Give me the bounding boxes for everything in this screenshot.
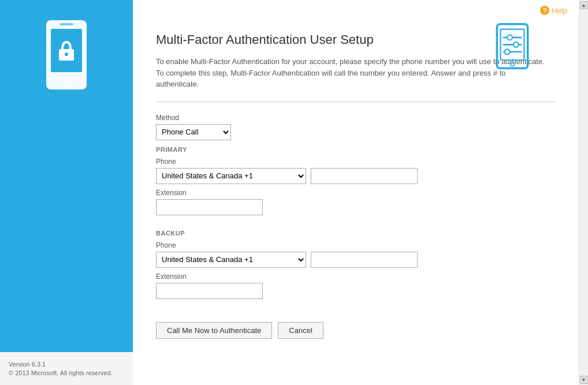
scroll-down-arrow[interactable]: ▼ <box>580 376 588 384</box>
scrollbar: ▲ ▼ <box>579 0 588 385</box>
button-row: Call Me Now to Authenticate Cancel <box>156 322 556 339</box>
primary-country-select[interactable]: United States & Canada +1 United Kingdom… <box>156 168 306 184</box>
scroll-up-arrow[interactable]: ▲ <box>580 1 588 9</box>
svg-point-13 <box>505 49 510 54</box>
method-label: Method <box>156 114 556 122</box>
divider <box>156 102 556 102</box>
call-me-button[interactable]: Call Me Now to Authenticate <box>156 322 272 339</box>
primary-extension-label: Extension <box>156 189 556 197</box>
outer-container: Version 6.3.1 © 2013 Microsoft. All righ… <box>0 0 588 385</box>
svg-rect-5 <box>59 23 73 25</box>
cancel-button[interactable]: Cancel <box>278 322 323 339</box>
header-icon-area <box>492 23 533 71</box>
primary-phone-label: Phone <box>156 158 556 166</box>
svg-point-4 <box>63 79 70 86</box>
tablet-icon <box>492 23 533 69</box>
backup-phone-row: United States & Canada +1 United Kingdom… <box>156 252 556 268</box>
backup-phone-label: Phone <box>156 241 556 249</box>
backup-phone-input[interactable] <box>311 252 418 268</box>
help-bar: ? Help <box>133 0 579 21</box>
primary-extension-input[interactable] <box>156 199 263 215</box>
sidebar: Version 6.3.1 © 2013 Microsoft. All righ… <box>0 0 133 385</box>
primary-phone-input[interactable] <box>311 168 418 184</box>
backup-extension-label: Extension <box>156 272 556 281</box>
help-icon: ? <box>540 6 549 15</box>
backup-section-label: BACKUP <box>156 230 556 237</box>
svg-point-3 <box>65 53 68 56</box>
svg-point-14 <box>510 62 514 66</box>
phone-lock-icon <box>40 17 92 92</box>
svg-point-9 <box>507 35 512 40</box>
primary-phone-row: United States & Canada +1 United Kingdom… <box>156 168 556 184</box>
backup-extension-input[interactable] <box>156 283 263 299</box>
form-area: Multi-Factor Authentication User Setup T… <box>133 21 579 385</box>
copyright-label: © 2013 Microsoft. All rights reserved. <box>9 369 124 376</box>
sidebar-icon-area <box>20 12 113 98</box>
svg-point-11 <box>513 42 519 47</box>
method-select[interactable]: Phone Call Text Message Mobile App <box>156 124 231 140</box>
main-content: ? Help Multi-Factor A <box>133 0 579 385</box>
primary-section-label: PRIMARY <box>156 146 556 153</box>
method-row: Method Phone Call Text Message Mobile Ap… <box>156 114 556 140</box>
help-label: Help <box>552 6 567 15</box>
page-description: To enable Multi-Factor Authentication fo… <box>156 56 549 90</box>
sidebar-version-area: Version 6.3.1 © 2013 Microsoft. All righ… <box>0 352 133 385</box>
backup-country-select[interactable]: United States & Canada +1 United Kingdom… <box>156 252 306 268</box>
version-label: Version 6.3.1 <box>9 361 124 368</box>
help-link[interactable]: ? Help <box>540 6 567 15</box>
